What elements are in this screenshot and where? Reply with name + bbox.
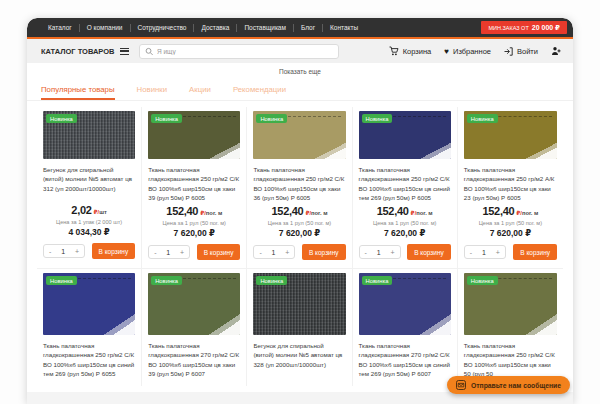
product-image: Новинка xyxy=(43,273,135,335)
new-badge: Новинка xyxy=(256,114,287,123)
price-block: 152,40 ₽/пог. м Цена за 1 рул (50 пог. м… xyxy=(464,205,557,238)
add-to-cart-button[interactable]: В корзину xyxy=(513,244,557,260)
new-badge: Новинка xyxy=(46,114,77,123)
favorites-label: Избранное xyxy=(453,47,491,56)
decrement-button[interactable]: - xyxy=(470,249,472,256)
add-to-cart-button[interactable]: В корзину xyxy=(197,244,241,260)
new-badge: Новинка xyxy=(256,276,287,285)
product-card[interactable]: Новинка Ткань палаточная гладкокрашенная… xyxy=(142,268,247,386)
add-to-cart-button[interactable]: В корзину xyxy=(407,244,451,260)
send-message-button[interactable]: Отправьте нам сообщение xyxy=(447,376,570,394)
card-controls: - 1 + В корзину xyxy=(43,243,135,259)
price-block: 152,40 ₽/пог. м Цена за 1 рул (50 пог. м… xyxy=(253,205,345,238)
login-label: Войти xyxy=(517,47,538,56)
decrement-button[interactable]: - xyxy=(49,248,51,255)
catalog-menu-button[interactable]: КАТАЛОГ ТОВАРОВ xyxy=(41,47,129,56)
product-price: 2,02 xyxy=(71,204,91,216)
quantity-stepper[interactable]: - 1 + xyxy=(253,245,295,259)
price-block: 2,02 ₽/шт Цена за 1 упак (2 000 шт) 4 03… xyxy=(43,204,135,237)
tab-3[interactable]: Рекомендации xyxy=(233,85,286,100)
increment-button[interactable]: + xyxy=(180,249,184,256)
increment-button[interactable]: + xyxy=(75,248,79,255)
decrement-button[interactable]: - xyxy=(259,249,261,256)
product-image: Новинка xyxy=(464,111,557,159)
product-card[interactable]: Новинка Ткань палаточная гладкокрашенная… xyxy=(247,107,352,268)
page-container: КаталогО компанииСотрудничествоДоставкаП… xyxy=(27,18,573,404)
product-card[interactable]: Новинка Ткань палаточная гладкокрашенная… xyxy=(353,268,458,386)
login-button[interactable]: Войти xyxy=(504,47,538,56)
increment-button[interactable]: + xyxy=(496,249,500,256)
topnav-link-5[interactable]: Блог xyxy=(294,24,322,31)
price-note: Цена за 1 рул (50 пог. м) xyxy=(464,220,557,226)
cart-icon xyxy=(389,46,399,56)
user-plus-icon xyxy=(551,46,561,56)
decrement-button[interactable]: - xyxy=(365,249,367,256)
product-price: 152,40 xyxy=(482,205,514,217)
register-button[interactable] xyxy=(551,46,561,56)
cart-label: Корзина xyxy=(403,47,432,56)
topnav-link-4[interactable]: Поставщикам xyxy=(237,24,293,31)
price-note: Цена за 1 рул (50 пог. м) xyxy=(253,220,345,226)
product-card[interactable]: Новинка Ткань палаточная гладкокрашенная… xyxy=(458,107,563,268)
card-controls: - 1 + В корзину xyxy=(253,244,345,260)
quantity-stepper[interactable]: - 1 + xyxy=(464,245,506,259)
show-more-link[interactable]: Показать еще xyxy=(279,68,321,75)
increment-button[interactable]: + xyxy=(391,249,395,256)
quantity-value: 1 xyxy=(61,248,65,255)
product-image: Новинка xyxy=(43,111,135,159)
search-icon xyxy=(145,47,153,56)
product-image: Новинка xyxy=(464,273,557,335)
topnav-link-3[interactable]: Доставка xyxy=(194,24,236,31)
product-title: Ткань палаточная гладкокрашенная 250 гр/… xyxy=(148,165,240,202)
pack-price: 4 034,30 ₽ xyxy=(43,227,135,237)
card-controls: - 1 + В корзину xyxy=(148,244,240,260)
tab-0[interactable]: Популярные товары xyxy=(41,85,115,100)
product-card[interactable]: Новинка Ткань палаточная гладкокрашенная… xyxy=(458,268,563,386)
card-controls: - 1 + В корзину xyxy=(464,244,557,260)
product-card[interactable]: Новинка Ткань палаточная гладкокрашенная… xyxy=(142,107,247,268)
product-image: Новинка xyxy=(148,111,240,159)
catalog-button-label: КАТАЛОГ ТОВАРОВ xyxy=(41,47,115,56)
new-badge: Новинка xyxy=(467,114,498,123)
add-to-cart-button[interactable]: В корзину xyxy=(92,243,136,259)
add-to-cart-button[interactable]: В корзину xyxy=(302,244,346,260)
decrement-button[interactable]: - xyxy=(154,249,156,256)
product-price: 152,40 xyxy=(166,205,198,217)
product-card[interactable]: Новинка Ткань палаточная гладкокрашенная… xyxy=(353,107,458,268)
topnav-link-6[interactable]: Контакты xyxy=(323,24,365,31)
search-box xyxy=(139,44,339,59)
product-image: Новинка xyxy=(253,111,345,159)
search-input[interactable] xyxy=(157,48,333,55)
quantity-stepper[interactable]: - 1 + xyxy=(43,244,85,258)
login-icon xyxy=(504,47,513,56)
product-price: 152,40 xyxy=(377,205,409,217)
product-title: Бегунок для спиральной (витой) молнии №5… xyxy=(43,165,135,201)
tabs: Популярные товарыНовинкиАкцииРекомендаци… xyxy=(27,79,573,101)
cart-button[interactable]: Корзина xyxy=(389,46,432,56)
product-card[interactable]: Новинка Бегунок для спиральной (витой) м… xyxy=(247,268,352,386)
header-actions: Корзина ♥ Избранное Войти xyxy=(389,46,561,56)
increment-button[interactable]: + xyxy=(285,249,289,256)
quantity-value: 1 xyxy=(272,249,276,256)
quantity-stepper[interactable]: - 1 + xyxy=(359,245,401,259)
price-unit: ₽/пог. м xyxy=(200,210,222,216)
pack-price: 7 620,00 ₽ xyxy=(253,228,345,238)
product-card[interactable]: Новинка Ткань палаточная гладкокрашенная… xyxy=(37,268,142,386)
topnav-link-1[interactable]: О компании xyxy=(80,24,130,31)
quantity-value: 1 xyxy=(482,249,486,256)
price-note: Цена за 1 упак (2 000 шт) xyxy=(43,219,135,225)
favorites-button[interactable]: ♥ Избранное xyxy=(444,47,491,56)
product-card[interactable]: Новинка Бегунок для спиральной (витой) м… xyxy=(37,107,142,268)
topnav-link-2[interactable]: Сотрудничество xyxy=(131,24,194,31)
topnav-link-0[interactable]: Каталог xyxy=(41,24,79,31)
price-note: Цена за 1 рул (50 пог. м) xyxy=(148,220,240,226)
min-order-badge: мин.заказ от 20 000 ₽ xyxy=(481,21,567,34)
product-image: Новинка xyxy=(359,273,451,335)
tab-1[interactable]: Новинки xyxy=(137,85,168,100)
product-title: Ткань палаточная гладкокрашенная 250 гр/… xyxy=(464,165,557,202)
price-unit: ₽/пог. м xyxy=(516,210,538,216)
heart-icon: ♥ xyxy=(444,47,449,56)
quantity-stepper[interactable]: - 1 + xyxy=(148,245,190,259)
tab-2[interactable]: Акции xyxy=(189,85,211,100)
show-more-row: Показать еще xyxy=(27,63,573,79)
